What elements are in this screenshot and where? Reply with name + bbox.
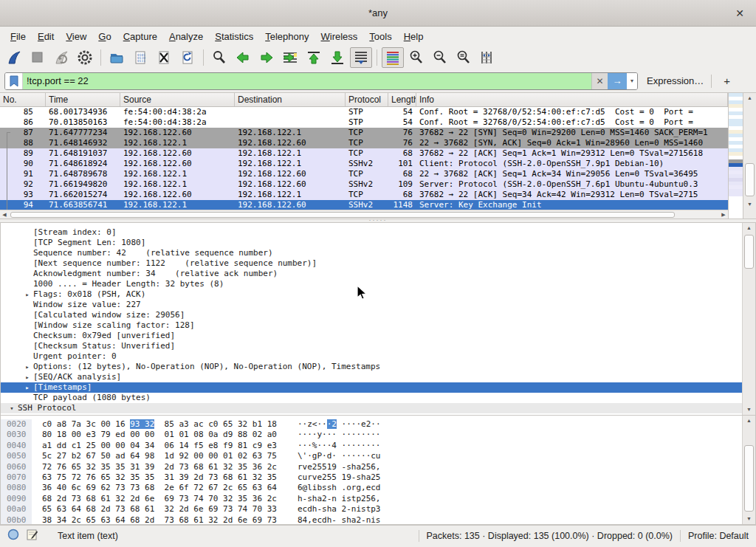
display-filter-field[interactable]: ✕ → ▾ (4, 72, 638, 90)
capture-comment-icon[interactable] (27, 529, 38, 543)
packet-row-88[interactable]: 8871.648146932192.168.122.1192.168.122.6… (0, 138, 728, 148)
menu-item-file[interactable]: File (4, 29, 32, 44)
hex-row-00a0[interactable]: 00a065 63 64 68 2d 73 68 61 32 2d 6e 69 … (1, 504, 742, 515)
resize-columns-icon[interactable] (476, 47, 498, 68)
menu-item-help[interactable]: Help (398, 29, 430, 44)
detail-line[interactable]: ▸Options: (12 bytes), No-Operation (NOP)… (1, 362, 742, 372)
packet-row-94[interactable]: 9471.663856741192.168.122.1192.168.122.6… (0, 200, 728, 210)
capture-options-icon[interactable] (74, 47, 96, 68)
scroll-up-icon[interactable]: ▲ (743, 93, 756, 103)
file-save-icon[interactable]: 010101100111 (129, 47, 151, 68)
detail-line[interactable]: Sequence number: 42 (relative sequence n… (1, 248, 742, 258)
hex-row-0060[interactable]: 006072 76 65 32 35 35 31 39 2d 73 68 61 … (1, 462, 742, 472)
detail-line[interactable]: ▸Flags: 0x018 (PSH, ACK) (1, 289, 742, 300)
close-icon[interactable]: ✕ (732, 6, 747, 21)
scroll-up-icon[interactable]: ▲ (743, 223, 755, 233)
file-close-icon[interactable] (153, 47, 175, 68)
find-packet-icon[interactable] (208, 47, 230, 68)
scroll-up-icon[interactable]: ▲ (743, 416, 755, 426)
go-last-icon[interactable] (326, 47, 348, 68)
scroll-right-icon[interactable]: ▶ (719, 212, 728, 218)
detail-line[interactable]: Acknowledgment number: 34 (relative ack … (1, 269, 742, 279)
scroll-down-icon[interactable]: ▼ (743, 514, 755, 524)
tree-toggle-icon[interactable]: ▸ (21, 382, 33, 393)
colorize-packets-icon[interactable] (382, 47, 404, 68)
details-vscrollbar[interactable]: ▲ ▼ (742, 223, 755, 415)
tree-toggle-icon[interactable]: ▸ (21, 362, 33, 372)
intelligent-scrollbar-minimap[interactable] (728, 93, 743, 219)
detail-line[interactable]: 1000 .... = Header Length: 32 bytes (8) (1, 279, 742, 289)
zoom-in-icon[interactable] (405, 47, 427, 68)
detail-line[interactable]: [Next sequence number: 1122 (relative se… (1, 258, 742, 269)
detail-line[interactable]: Checksum: 0x79ed [unverified] (1, 331, 742, 341)
menu-item-statistics[interactable]: Statistics (209, 29, 259, 44)
vscroll-thumb[interactable] (744, 445, 754, 512)
menu-item-telephony[interactable]: Telephony (259, 29, 315, 44)
menu-item-wireless[interactable]: Wireless (315, 29, 364, 44)
zoom-reset-icon[interactable] (453, 47, 475, 68)
filter-apply-icon[interactable]: → (608, 73, 627, 89)
column-header-destination[interactable]: Destination (235, 93, 346, 106)
tree-toggle-icon[interactable]: ▸ (21, 372, 33, 382)
capture-restart-icon[interactable] (50, 47, 72, 68)
detail-line[interactable]: [TCP Segment Len: 1080] (1, 238, 742, 248)
packet-row-86[interactable]: 8670.013850163fe:54:00:d4:38:2aSTP54Conf… (0, 117, 728, 128)
menu-item-tools[interactable]: Tools (363, 29, 397, 44)
vscroll-thumb[interactable] (745, 163, 755, 196)
hex-row-0050[interactable]: 00505c 27 b2 67 50 ad 64 98 1d 92 00 00 … (1, 451, 742, 461)
scroll-down-icon[interactable]: ▼ (743, 199, 756, 210)
column-header-time[interactable]: Time (46, 93, 120, 106)
packet-list-hscrollbar[interactable]: ◀ ▶ (0, 210, 728, 219)
packet-list-vscrollbar[interactable]: ▲ ▼ (743, 93, 756, 219)
detail-line[interactable]: ▸[SEQ/ACK analysis] (1, 372, 742, 382)
column-header-protocol[interactable]: Protocol (346, 93, 388, 106)
tree-toggle-icon[interactable]: ▾ (6, 403, 18, 413)
detail-line[interactable]: ▸SSH Version 2 (encryption:chacha20-poly… (1, 413, 742, 415)
column-header-length[interactable]: Length (388, 93, 416, 106)
hex-row-0070[interactable]: 007063 75 72 76 65 32 35 35 31 39 2d 73 … (1, 472, 742, 483)
bookmark-icon[interactable] (5, 73, 23, 89)
menu-item-go[interactable]: Go (92, 29, 117, 44)
hex-row-0040[interactable]: 0040a1 dd c1 25 00 00 04 34 06 14 f5 e8 … (1, 441, 742, 451)
packet-row-85[interactable]: 8568.001734936fe:54:00:d4:38:2aSTP54Conf… (0, 107, 728, 117)
detail-line[interactable]: [Stream index: 0] (1, 227, 742, 238)
detail-line[interactable]: TCP payload (1080 bytes) (1, 393, 742, 403)
go-back-icon[interactable] (232, 47, 254, 68)
auto-scroll-icon[interactable] (350, 47, 372, 68)
display-filter-input[interactable] (23, 73, 591, 89)
expression-button[interactable]: Expression… (647, 75, 704, 86)
go-to-packet-icon[interactable] (279, 47, 301, 68)
go-first-icon[interactable] (303, 47, 325, 68)
filter-clear-icon[interactable]: ✕ (591, 73, 608, 89)
menu-item-capture[interactable]: Capture (117, 29, 163, 44)
detail-line[interactable]: Urgent pointer: 0 (1, 351, 742, 362)
detail-line[interactable]: [Window size scaling factor: 128] (1, 320, 742, 331)
detail-line[interactable]: [Calculated window size: 29056] (1, 310, 742, 320)
capture-stop-icon[interactable] (27, 47, 49, 68)
file-open-icon[interactable] (106, 47, 128, 68)
detail-line[interactable]: ▸[Timestamps] (1, 382, 742, 393)
profile-status[interactable]: Profile: Default (688, 531, 749, 541)
file-reload-icon[interactable] (176, 47, 199, 68)
tree-toggle-icon[interactable]: ▸ (21, 289, 33, 300)
scroll-down-icon[interactable]: ▼ (743, 405, 755, 415)
tree-toggle-icon[interactable]: ▸ (21, 413, 33, 415)
packet-row-92[interactable]: 9271.661949820192.168.122.1192.168.122.6… (0, 179, 728, 190)
column-header-no[interactable]: No. (0, 93, 46, 106)
column-header-info[interactable]: Info (416, 93, 728, 106)
packet-row-93[interactable]: 9371.662015274192.168.122.60192.168.122.… (0, 190, 728, 200)
packet-row-89[interactable]: 8971.648191037192.168.122.60192.168.122.… (0, 148, 728, 159)
scroll-left-icon[interactable]: ◀ (0, 212, 9, 218)
hex-row-0090[interactable]: 009068 2d 73 68 61 32 2d 6e 69 73 74 70 … (1, 494, 742, 504)
go-forward-icon[interactable] (255, 47, 278, 68)
packet-row-91[interactable]: 9171.648789678192.168.122.1192.168.122.6… (0, 169, 728, 179)
hscroll-thumb[interactable] (10, 212, 675, 218)
hex-row-0080[interactable]: 008036 40 6c 69 62 73 73 68 2e 6f 72 67 … (1, 483, 742, 493)
detail-line[interactable]: ▾SSH Protocol (1, 403, 742, 413)
add-filter-button[interactable]: + (719, 75, 735, 87)
vscroll-thumb[interactable] (744, 235, 754, 269)
hex-row-0030[interactable]: 003080 18 00 e3 79 ed 00 00 01 01 08 0a … (1, 430, 742, 440)
zoom-out-icon[interactable] (429, 47, 451, 68)
column-header-source[interactable]: Source (120, 93, 235, 106)
packet-list-header[interactable]: No.TimeSourceDestinationProtocolLengthIn… (0, 93, 728, 107)
